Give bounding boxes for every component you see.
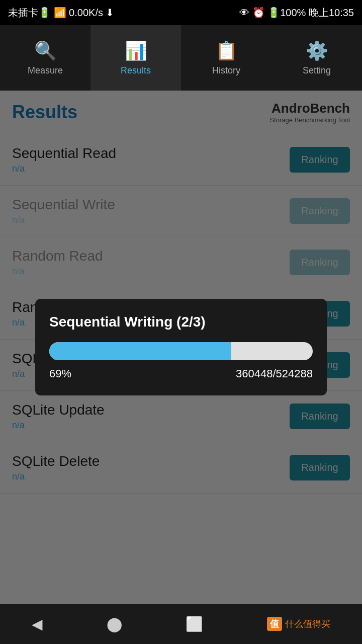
results-icon: 📊 (125, 40, 147, 61)
status-right-text: 👁 ⏰ 🔋100% 晚上10:35 (239, 6, 354, 20)
bottom-nav: ◀ ⬤ ⬜ 值 什么值得买 (0, 604, 362, 644)
tab-setting[interactable]: ⚙️ Setting (272, 25, 362, 91)
tab-history-label: History (212, 65, 240, 76)
measure-icon: 🔍 (34, 40, 57, 61)
progress-labels: 69% 360448/524288 (49, 367, 313, 380)
nav-tabs: 🔍 Measure 📊 Results 📋 History ⚙️ Setting (0, 25, 362, 91)
page-content: Results AndroBench Storage Benchmarking … (0, 91, 362, 604)
setting-icon: ⚙️ (306, 40, 328, 61)
tab-measure-label: Measure (28, 65, 63, 76)
progress-percent: 69% (49, 367, 71, 380)
progress-bar-background (49, 342, 313, 360)
watermark-label: 值 什么值得买 (267, 617, 330, 631)
tab-results[interactable]: 📊 Results (90, 25, 181, 91)
progress-bar-fill (49, 342, 231, 360)
tab-history[interactable]: 📋 History (181, 25, 272, 91)
status-bar: 未插卡🔋 📶 0.00K/s ⬇ 👁 ⏰ 🔋100% 晚上10:35 (0, 0, 362, 25)
back-button[interactable]: ◀ (32, 616, 43, 632)
tab-results-label: Results (121, 65, 151, 76)
tab-setting-label: Setting (303, 65, 331, 76)
status-left-text: 未插卡🔋 📶 0.00K/s ⬇ (8, 6, 115, 20)
progress-count: 360448/524288 (236, 367, 313, 380)
status-left: 未插卡🔋 📶 0.00K/s ⬇ (8, 6, 115, 20)
watermark-text: 什么值得买 (285, 618, 330, 630)
history-icon: 📋 (215, 40, 238, 61)
dialog-title: Sequential Writing (2/3) (49, 314, 313, 330)
home-button[interactable]: ⬤ (107, 616, 122, 632)
tab-measure[interactable]: 🔍 Measure (0, 25, 90, 91)
progress-dialog: Sequential Writing (2/3) 69% 360448/5242… (35, 299, 327, 395)
recent-button[interactable]: ⬜ (186, 616, 203, 632)
status-right: 👁 ⏰ 🔋100% 晚上10:35 (239, 6, 354, 20)
